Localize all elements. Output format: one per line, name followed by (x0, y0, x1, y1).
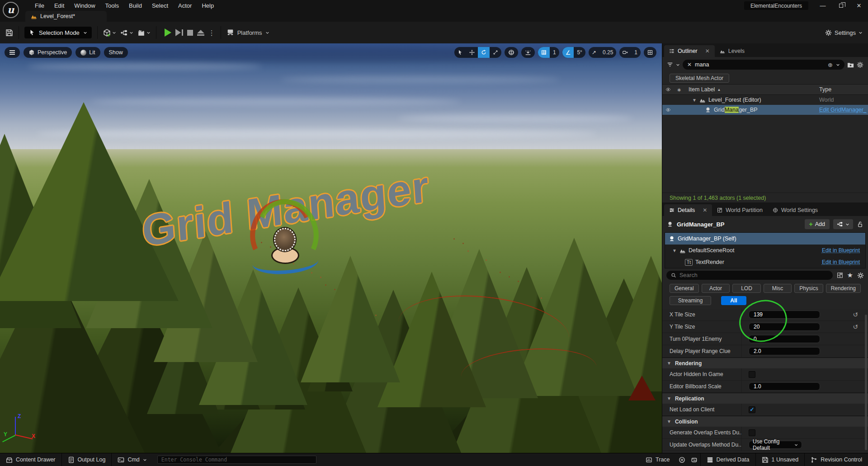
net-load-checkbox[interactable]: ✓ (749, 406, 755, 413)
category-streaming[interactable]: Streaming (670, 296, 711, 305)
category-actor[interactable]: Actor (702, 284, 730, 293)
rotation-snap-toggle[interactable]: ∠ (562, 47, 574, 58)
move-tool[interactable] (466, 47, 478, 58)
unsaved-button[interactable]: 1 Unsaved (756, 453, 805, 466)
tab-world-settings[interactable]: World Settings (768, 204, 823, 216)
perspective-dropdown[interactable]: Perspective (24, 47, 72, 58)
outliner-empty-space[interactable] (662, 115, 868, 193)
category-physics[interactable]: Physics (794, 284, 823, 293)
maximize-viewport-button[interactable] (644, 47, 656, 58)
settings-dropdown[interactable]: Settings (825, 29, 863, 36)
category-rendering[interactable]: Rendering (826, 284, 861, 293)
tab-levels[interactable]: Levels (715, 45, 750, 57)
unlock-icon[interactable] (857, 221, 863, 228)
turn-player-enemy-input[interactable]: 0 (749, 335, 820, 343)
outliner-search[interactable]: ✕ ⊕ (683, 60, 844, 70)
world-local-toggle[interactable] (505, 47, 518, 58)
scale-tool[interactable] (490, 47, 501, 58)
component-row-text-render[interactable]: Tt TextRender Edit in Blueprint (665, 256, 865, 268)
collapse-caret-icon[interactable]: ▼ (672, 248, 677, 253)
menu-help[interactable]: Help (197, 0, 219, 11)
minimize-button[interactable]: — (814, 0, 832, 11)
console-command-input[interactable] (157, 456, 316, 464)
viewport-options-menu[interactable] (5, 47, 20, 58)
cinematics-button[interactable] (137, 29, 151, 37)
derived-data-button[interactable]: Derived Data (701, 453, 755, 466)
save-icon[interactable] (5, 29, 13, 37)
grid-snap-toggle[interactable] (538, 47, 550, 58)
visibility-eye-icon[interactable] (665, 107, 671, 113)
chevron-down-icon[interactable] (676, 63, 680, 67)
add-filter-icon[interactable]: ⊕ (828, 61, 833, 68)
camera-speed-toggle[interactable] (619, 47, 631, 58)
close-button[interactable]: ✕ (850, 0, 868, 11)
filter-chip-skeletal-mesh[interactable]: Skeletal Mesh Actor (670, 74, 729, 83)
surface-snapping-button[interactable] (521, 47, 535, 58)
select-tool[interactable] (454, 47, 466, 58)
component-row-self[interactable]: GridManager_BP (Self) (665, 233, 865, 245)
trace-snapshot-button[interactable] (688, 453, 700, 466)
stop-button[interactable] (187, 30, 193, 36)
add-actor-button[interactable]: + (103, 29, 116, 37)
actor-hidden-checkbox[interactable] (749, 371, 755, 378)
collapse-caret-icon[interactable]: ▼ (692, 98, 697, 103)
billboard-scale-input[interactable]: 1.0 (749, 382, 820, 391)
details-search[interactable] (666, 271, 833, 280)
category-misc[interactable]: Misc (764, 284, 792, 293)
edit-in-blueprint-link[interactable]: Edit in Blueprint (822, 247, 860, 254)
trace-record-button[interactable] (676, 453, 688, 466)
category-lod[interactable]: LOD (732, 284, 761, 293)
visibility-column-eye-icon[interactable] (665, 87, 671, 92)
grid-manager-billboard[interactable] (250, 198, 324, 275)
outliner-row-gridmanager[interactable]: GridManager_BP Edit GridManager_ (662, 105, 868, 115)
create-folder-icon[interactable] (847, 61, 854, 68)
menu-window[interactable]: Window (69, 0, 100, 11)
overlaps-method-dropdown[interactable]: Use Config Default (749, 441, 802, 449)
edit-in-blueprint-link[interactable]: Edit in Blueprint (822, 259, 860, 265)
platforms-dropdown[interactable]: Platforms (226, 29, 269, 37)
grid-snap-value[interactable]: 1 (550, 47, 559, 58)
rotate-tool[interactable] (478, 47, 490, 58)
camera-speed-value[interactable]: 1 (631, 47, 641, 58)
type-column[interactable]: Type (817, 86, 868, 93)
menu-build[interactable]: Build (124, 0, 147, 11)
details-scrollbar[interactable] (865, 315, 867, 450)
outliner-row-level-forest[interactable]: ▼ Level_Forest (Editor) World (662, 95, 868, 105)
overlap-events-checkbox[interactable] (749, 429, 755, 436)
menu-edit[interactable]: Edit (49, 0, 69, 11)
tab-level-forest[interactable]: Level_Forest* (25, 11, 107, 22)
restore-button[interactable] (832, 0, 850, 11)
show-dropdown[interactable]: Show (104, 47, 128, 58)
play-button[interactable] (165, 28, 171, 37)
chevron-down-icon[interactable] (836, 63, 840, 67)
play-options-kebab-icon[interactable]: ⋮ (208, 29, 215, 36)
scale-snap-value[interactable]: 0.25 (599, 47, 616, 58)
section-replication[interactable]: ▼ Replication (662, 393, 868, 404)
outliner-search-input[interactable] (695, 61, 825, 68)
rotation-snap-value[interactable]: 5° (574, 47, 585, 58)
close-icon[interactable]: ✕ (705, 48, 710, 54)
frame-skip-button[interactable] (175, 29, 183, 36)
content-drawer-button[interactable]: Content Drawer (0, 453, 61, 466)
y-tile-size-input[interactable]: 20 (749, 323, 820, 331)
pin-column-icon[interactable]: ∗ (674, 86, 684, 93)
lit-dropdown[interactable]: Lit (75, 47, 100, 58)
tab-outliner[interactable]: Outliner ✕ (664, 45, 715, 57)
close-icon[interactable]: ✕ (703, 207, 707, 213)
item-label-column[interactable]: Item Label▲ (684, 86, 817, 93)
category-all[interactable]: All (721, 296, 746, 305)
menu-actor[interactable]: Actor (173, 0, 197, 11)
favorites-star-icon[interactable]: ★ (847, 271, 853, 279)
menu-file[interactable]: File (30, 0, 49, 11)
details-settings-gear-icon[interactable] (857, 272, 864, 279)
output-log-button[interactable]: Output Log (62, 453, 112, 466)
section-rendering[interactable]: ▼ Rendering (662, 358, 868, 368)
revision-control-button[interactable]: Revision Control (805, 453, 868, 466)
filter-icon[interactable] (667, 61, 673, 68)
menu-tools[interactable]: Tools (100, 0, 124, 11)
cmd-dropdown[interactable]: Cmd (112, 453, 152, 466)
scale-snap-toggle[interactable]: ↗ (589, 47, 599, 58)
outliner-settings-gear-icon[interactable] (857, 61, 863, 68)
reset-to-default-icon[interactable]: ↺ (853, 323, 858, 330)
clear-search-icon[interactable]: ✕ (687, 61, 692, 68)
